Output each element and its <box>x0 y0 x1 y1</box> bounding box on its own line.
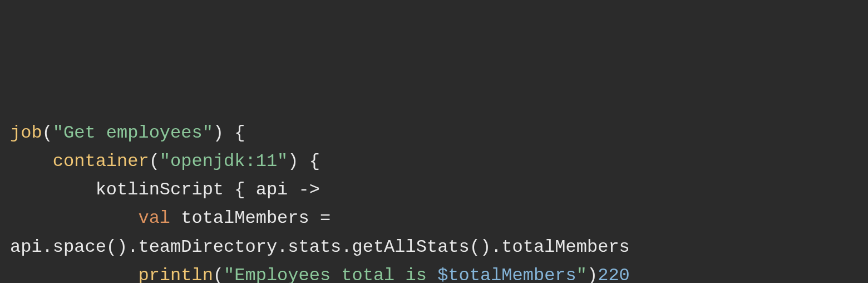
code-line-2: container("openjdk:11") { <box>10 147 858 175</box>
paren: ) <box>587 265 598 283</box>
string-post: " <box>576 265 587 283</box>
code-line-5: api.space().teamDirectory.stats.getAllSt… <box>10 233 858 261</box>
paren: ( <box>42 123 53 143</box>
code-line-4: val totalMembers = <box>10 204 858 232</box>
indent <box>10 265 138 283</box>
fn-job: job <box>10 123 42 143</box>
fn-container: container <box>53 151 149 172</box>
paren: ( <box>213 265 224 283</box>
code-text: totalMembers = <box>170 208 331 228</box>
string-literal: "openjdk:11" <box>160 151 288 172</box>
keyword-val: val <box>138 208 170 228</box>
code-line-3: kotlinScript { api -> <box>10 175 858 204</box>
number-literal: 220 <box>598 265 630 283</box>
code-text: api.space().teamDirectory.stats.getAllSt… <box>10 237 630 257</box>
template-var: $totalMembers <box>437 265 576 283</box>
indent <box>10 179 96 200</box>
code-text: kotlinScript { api -> <box>96 179 320 200</box>
paren: ( <box>149 151 160 172</box>
code-line-1: job("Get employees") { <box>10 119 858 147</box>
string-literal: "Get employees" <box>53 123 213 143</box>
paren-brace: ) { <box>213 123 245 143</box>
indent <box>10 208 138 228</box>
paren-brace: ) { <box>288 151 320 172</box>
indent <box>10 151 53 172</box>
code-line-6: println("Employees total is $totalMember… <box>10 261 858 283</box>
fn-println: println <box>138 265 213 283</box>
string-pre: "Employees total is <box>224 265 437 283</box>
